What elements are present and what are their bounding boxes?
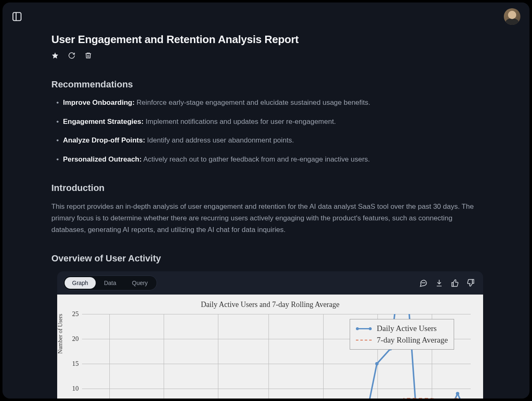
legend-row-avg: 7-day Rolling Average (356, 334, 448, 346)
list-item: Improve Onboarding: Reinforce early-stag… (63, 97, 481, 108)
chart-body: Daily Active Users and 7-day Rolling Ave… (57, 295, 483, 399)
y-axis-label: Number of Users (57, 314, 64, 354)
y-tick: 25 (72, 310, 79, 318)
avatar[interactable] (504, 8, 520, 25)
comment-icon[interactable] (419, 279, 428, 287)
legend-marker-dashed-icon (356, 340, 372, 341)
y-tick: 20 (72, 335, 79, 343)
legend-marker-line-icon (356, 328, 372, 329)
legend-label: Daily Active Users (377, 324, 437, 333)
thumbs-up-icon[interactable] (451, 279, 459, 287)
y-axis: 25 20 15 10 Number of Users (65, 314, 82, 399)
app-frame: User Engagement and Retention Analysis R… (2, 2, 530, 399)
sidebar-toggle-button[interactable] (12, 11, 22, 22)
legend-label: 7-day Rolling Average (377, 336, 448, 345)
content-area: User Engagement and Retention Analysis R… (2, 25, 530, 399)
chart-card: Graph Data Query (57, 271, 483, 399)
refresh-icon[interactable] (68, 52, 75, 59)
star-icon[interactable] (51, 52, 59, 59)
svg-point-5 (423, 283, 423, 283)
action-row (51, 52, 481, 59)
recommendations-heading: Recommendations (51, 79, 481, 90)
list-item-text: Reinforce early-stage engagement and elu… (135, 99, 370, 106)
download-icon[interactable] (435, 279, 443, 287)
tab-query[interactable]: Query (125, 277, 155, 289)
introduction-body: This report provides an in-depth analysi… (51, 201, 481, 236)
list-item: Personalized Outreach: Actively reach ou… (63, 154, 481, 165)
recommendations-list: Improve Onboarding: Reinforce early-stag… (51, 97, 481, 164)
list-item-text: Implement notifications and updates for … (144, 118, 336, 126)
svg-point-9 (456, 392, 459, 395)
chart-tab-group: Graph Data Query (63, 275, 157, 290)
list-item-label: Analyze Drop-off Points: (63, 136, 145, 144)
top-bar (2, 2, 530, 25)
list-item-label: Improve Onboarding: (63, 99, 135, 106)
thumbs-down-icon[interactable] (467, 279, 475, 287)
chart-actions (419, 279, 475, 287)
y-tick: 10 (72, 385, 79, 392)
list-item: Analyze Drop-off Points: Identify and ad… (63, 135, 481, 146)
svg-point-6 (425, 283, 425, 283)
tab-data[interactable]: Data (97, 277, 124, 289)
trash-icon[interactable] (85, 52, 92, 59)
tab-graph[interactable]: Graph (65, 277, 96, 289)
chart-header: Graph Data Query (57, 271, 483, 295)
introduction-heading: Introduction (51, 183, 481, 193)
page-title: User Engagement and Retention Analysis R… (51, 33, 481, 46)
svg-point-7 (375, 362, 379, 365)
chart-title: Daily Active Users and 7-day Rolling Ave… (65, 300, 475, 309)
plot-area: 25 20 15 10 Number of Users (82, 314, 471, 399)
chart-legend: Daily Active Users 7-day Rolling Average (350, 319, 454, 350)
overview-heading: Overview of User Activity (51, 253, 481, 264)
legend-row-dau: Daily Active Users (356, 323, 448, 334)
list-item-text: Identify and address user abandonment po… (145, 136, 294, 144)
svg-rect-0 (13, 12, 21, 21)
list-item-text: Actively reach out to gather feedback fr… (142, 155, 370, 163)
svg-point-4 (422, 283, 422, 283)
y-tick: 15 (72, 360, 79, 367)
list-item-label: Engagement Strategies: (63, 118, 144, 126)
list-item-label: Personalized Outreach: (63, 155, 142, 163)
list-item: Engagement Strategies: Implement notific… (63, 116, 481, 127)
